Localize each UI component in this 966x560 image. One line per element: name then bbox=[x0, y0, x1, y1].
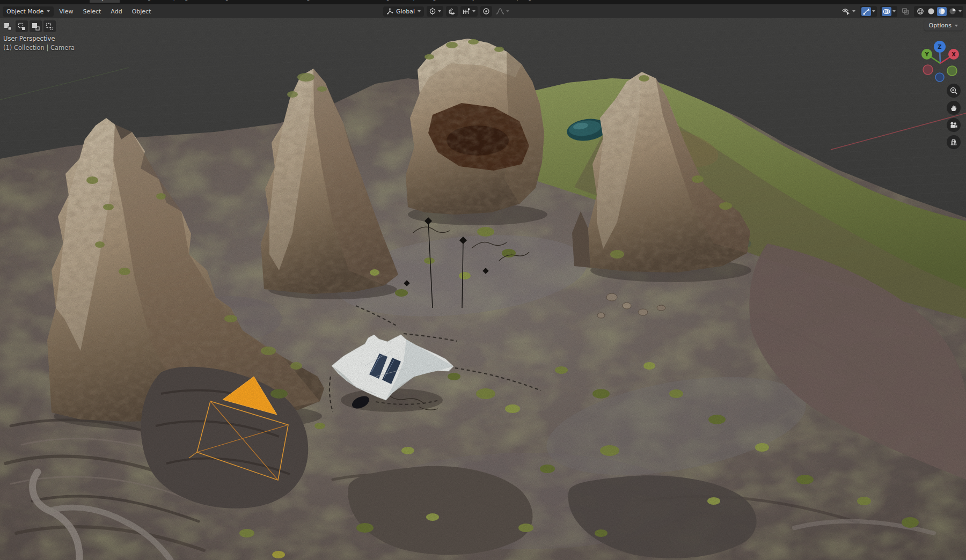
select-extend-icon bbox=[18, 23, 26, 31]
tab-animation[interactable]: Animation bbox=[315, 0, 355, 3]
scene-grain-overlay bbox=[0, 18, 966, 560]
tab-rendering[interactable]: Rendering bbox=[355, 0, 394, 3]
chevron-down-icon bbox=[955, 25, 958, 27]
options-label: Options bbox=[929, 22, 952, 29]
tab-scripting[interactable]: Scripting bbox=[501, 0, 537, 3]
mode-selector-dropdown[interactable]: Object Mode bbox=[3, 6, 54, 17]
navigation-axis-gizmo[interactable]: Z Y X bbox=[919, 40, 963, 84]
magnifier-icon bbox=[950, 87, 958, 95]
collection-camera-label: (1) Collection | Camera bbox=[3, 43, 75, 53]
menu-add[interactable]: Add bbox=[106, 6, 126, 17]
falloff-curve-icon bbox=[496, 8, 504, 15]
menu-select[interactable]: Select bbox=[78, 6, 105, 17]
show-gizmos-group bbox=[860, 6, 877, 17]
show-overlays-toggle[interactable] bbox=[882, 7, 891, 16]
select-mode-invert-button[interactable] bbox=[43, 20, 56, 32]
viewport-side-tools bbox=[947, 84, 961, 149]
select-invert-icon bbox=[46, 23, 54, 31]
shading-solid-button[interactable] bbox=[926, 7, 936, 16]
options-button[interactable]: Options bbox=[924, 20, 963, 31]
proportional-editing-toggle[interactable] bbox=[480, 6, 492, 17]
shading-rendered-button[interactable] bbox=[948, 7, 957, 16]
menu-view[interactable]: View bbox=[55, 6, 77, 17]
rendered-sphere-icon bbox=[949, 8, 956, 15]
menu-object[interactable]: Object bbox=[128, 6, 156, 17]
select-tool-options bbox=[2, 20, 56, 32]
snap-settings-icon bbox=[463, 8, 471, 15]
pivot-point-dropdown[interactable] bbox=[427, 6, 443, 17]
view-perspective-label: User Perspective bbox=[3, 34, 75, 43]
snap-toggle-button[interactable] bbox=[446, 6, 458, 17]
tab-texture-paint[interactable]: Texture Paint bbox=[233, 0, 281, 3]
snap-magnet-icon bbox=[448, 8, 456, 15]
toggle-ortho-grid-button[interactable] bbox=[947, 135, 961, 149]
pivot-point-icon bbox=[429, 8, 436, 15]
tab-compositing[interactable]: Compositing bbox=[394, 0, 441, 3]
gizmo-neg-z-handle[interactable] bbox=[935, 73, 944, 82]
tab-sculpting[interactable]: Sculpting bbox=[156, 0, 193, 3]
chevron-down-icon bbox=[438, 10, 441, 12]
select-subtract-icon bbox=[32, 23, 40, 31]
tab-geometry-nodes[interactable]: Geometry Nodes bbox=[441, 0, 501, 3]
camera-icon bbox=[949, 121, 958, 129]
shading-mode-group bbox=[914, 6, 963, 17]
select-mode-extend-button[interactable] bbox=[16, 20, 28, 32]
chevron-down-icon bbox=[472, 10, 475, 12]
header-center-group: Global bbox=[383, 6, 510, 17]
gizmo-neg-x-handle[interactable] bbox=[923, 65, 933, 75]
chevron-down-icon bbox=[418, 10, 421, 12]
3d-viewport[interactable]: User Perspective (1) Collection | Camera… bbox=[0, 18, 966, 560]
select-set-icon bbox=[4, 23, 12, 31]
chevron-down-icon bbox=[852, 10, 855, 12]
tab-layout[interactable]: Layout bbox=[90, 0, 119, 3]
shading-material-preview-button[interactable] bbox=[937, 7, 947, 16]
object-type-visibility-dropdown[interactable] bbox=[840, 6, 857, 17]
transform-orientation-dropdown[interactable]: Global bbox=[383, 6, 424, 17]
pan-view-button[interactable] bbox=[947, 101, 961, 115]
transform-orientation-label: Global bbox=[396, 8, 415, 15]
tab-modeling[interactable]: Modeling bbox=[120, 0, 156, 3]
viewport-3d-scene[interactable] bbox=[0, 18, 966, 560]
overlays-icon bbox=[883, 8, 890, 15]
proportional-falloff-dropdown[interactable] bbox=[495, 6, 510, 17]
viewport-overlay-text: User Perspective (1) Collection | Camera bbox=[3, 34, 75, 53]
visibility-eye-cursor-icon bbox=[841, 8, 851, 16]
workspace-tabs: + Layout Modeling Sculpting UV Editing T… bbox=[78, 0, 537, 3]
gizmo-neg-y-handle[interactable] bbox=[947, 66, 957, 76]
transform-orientation-icon bbox=[386, 8, 393, 15]
shading-wireframe-button[interactable] bbox=[916, 7, 925, 16]
chevron-down-icon[interactable] bbox=[872, 10, 875, 12]
add-workspace-button[interactable]: + bbox=[78, 0, 90, 3]
gizmo-z-label: Z bbox=[938, 44, 941, 50]
header-left-group: Object Mode View Select Add Object bbox=[0, 6, 155, 17]
hand-icon bbox=[950, 104, 958, 112]
proportional-editing-icon bbox=[482, 8, 490, 15]
workspace-tab-bar: + Layout Modeling Sculpting UV Editing T… bbox=[0, 0, 966, 4]
select-mode-set-button[interactable] bbox=[2, 20, 14, 32]
mode-selector-label: Object Mode bbox=[6, 8, 43, 15]
snap-settings-dropdown[interactable] bbox=[460, 6, 478, 17]
show-gizmos-toggle[interactable] bbox=[861, 7, 871, 16]
gizmo-x-label: X bbox=[952, 51, 956, 57]
select-mode-subtract-button[interactable] bbox=[30, 20, 42, 32]
gizmo-icon bbox=[863, 8, 870, 15]
camera-view-button[interactable] bbox=[947, 118, 961, 132]
chevron-down-icon bbox=[47, 10, 50, 12]
viewport-header: Object Mode View Select Add Object Globa… bbox=[0, 4, 966, 18]
gizmo-y-label: Y bbox=[924, 51, 929, 57]
toggle-xray-button[interactable] bbox=[901, 6, 911, 17]
chevron-down-icon bbox=[506, 10, 509, 12]
show-overlays-group bbox=[880, 6, 897, 17]
wireframe-sphere-icon bbox=[917, 8, 924, 15]
tab-uv-editing[interactable]: UV Editing bbox=[193, 0, 233, 3]
solid-sphere-icon bbox=[927, 8, 935, 15]
tab-shading[interactable]: Shading bbox=[281, 0, 315, 3]
header-right-group bbox=[840, 6, 963, 17]
material-sphere-icon bbox=[938, 8, 946, 15]
zoom-view-button[interactable] bbox=[947, 84, 961, 98]
chevron-down-icon[interactable] bbox=[892, 10, 896, 12]
chevron-down-icon[interactable] bbox=[958, 10, 962, 12]
xray-icon bbox=[902, 8, 910, 15]
grid-icon bbox=[949, 138, 958, 146]
